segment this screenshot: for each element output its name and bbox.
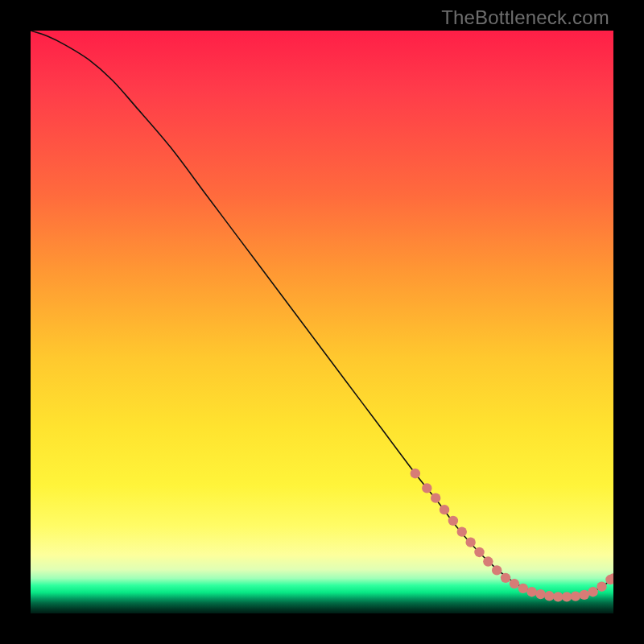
marker-dot	[440, 505, 449, 514]
marker-dot	[510, 579, 519, 588]
curve-markers	[411, 469, 613, 602]
marker-dot	[492, 565, 502, 575]
marker-dot	[553, 592, 563, 601]
curve-layer	[31, 31, 613, 613]
marker-dot	[501, 573, 510, 583]
marker-dot	[465, 537, 475, 547]
marker-dot	[588, 587, 597, 597]
marker-dot	[411, 469, 420, 478]
marker-dot	[580, 590, 589, 600]
marker-dot	[535, 589, 545, 599]
plot-area	[31, 31, 613, 613]
marker-dot	[431, 493, 440, 502]
marker-dot	[571, 591, 580, 601]
marker-dot	[597, 582, 606, 592]
marker-dot	[422, 483, 431, 493]
marker-dot	[474, 547, 484, 557]
marker-dot	[562, 592, 572, 601]
marker-dot	[483, 556, 493, 566]
marker-dot	[518, 584, 528, 593]
marker-dot	[609, 573, 613, 583]
marker-dot	[448, 516, 458, 526]
chart-frame: TheBottleneck.com	[0, 0, 644, 644]
watermark-text: TheBottleneck.com	[441, 6, 609, 29]
marker-dot	[526, 587, 536, 597]
marker-dot	[605, 575, 613, 584]
marker-dot	[457, 526, 467, 536]
marker-dot	[544, 591, 554, 601]
bottleneck-curve	[31, 31, 613, 597]
